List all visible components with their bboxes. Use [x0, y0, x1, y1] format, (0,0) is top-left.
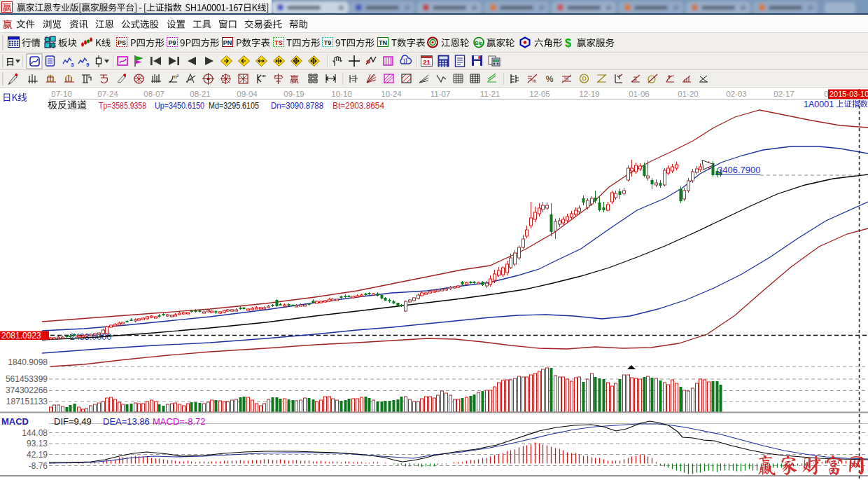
svg-text:3406.7900: 3406.7900 [718, 165, 760, 175]
svg-text:-8.76: -8.76 [29, 461, 48, 471]
svg-text:TS: TS [274, 39, 283, 46]
svg-text:42.19: 42.19 [27, 450, 48, 460]
svg-text:%: % [546, 74, 554, 84]
svg-text:1A0001: 1A0001 [804, 100, 834, 109]
svg-text:PN: PN [223, 39, 232, 46]
svg-text:3: 3 [71, 62, 74, 68]
svg-text:02-17: 02-17 [774, 90, 794, 98]
svg-text:187151133: 187151133 [6, 397, 48, 406]
svg-text:Up=3450.6150: Up=3450.6150 [155, 101, 204, 111]
svg-text:01-06: 01-06 [629, 90, 649, 98]
svg-text:93.13: 93.13 [27, 439, 48, 448]
svg-text:TN: TN [379, 39, 387, 46]
svg-text:$: $ [565, 37, 571, 49]
svg-text:DEA=13.86: DEA=13.86 [103, 416, 150, 427]
svg-text:12-05: 12-05 [529, 90, 550, 98]
svg-text:11-07: 11-07 [430, 90, 451, 98]
svg-text:Big: Big [475, 41, 482, 46]
svg-text:%: % [564, 76, 568, 81]
svg-text:561453399: 561453399 [6, 374, 48, 384]
svg-text:09-04: 09-04 [237, 90, 258, 98]
svg-text:07-10: 07-10 [51, 90, 71, 98]
svg-text:MACD: MACD [1, 416, 29, 427]
svg-text:10-24: 10-24 [381, 90, 402, 98]
svg-text:12-19: 12-19 [579, 90, 599, 98]
svg-text:08-07: 08-07 [144, 90, 164, 98]
svg-text:374302266: 374302266 [6, 385, 48, 395]
svg-text:2081.0923: 2081.0923 [1, 331, 41, 341]
svg-text:P9: P9 [168, 39, 176, 46]
svg-text:Bt=2903.8654: Bt=2903.8654 [332, 101, 384, 111]
svg-text:07-24: 07-24 [97, 90, 118, 98]
svg-text:%: % [531, 78, 536, 84]
svg-text:9: 9 [86, 62, 90, 68]
svg-text:02-03: 02-03 [726, 90, 746, 98]
svg-text:21: 21 [423, 58, 430, 66]
svg-text:10-10: 10-10 [331, 90, 351, 98]
svg-text:09-19: 09-19 [284, 90, 304, 98]
svg-text:MACD=-8.72: MACD=-8.72 [153, 416, 206, 427]
svg-text:2015-03-10: 2015-03-10 [830, 90, 868, 98]
svg-text:PS: PS [118, 39, 126, 46]
svg-text:144.08: 144.08 [22, 428, 48, 438]
svg-text:08-21: 08-21 [190, 90, 210, 98]
svg-text:Md=3295.6105: Md=3295.6105 [209, 101, 259, 111]
svg-text:1840.9098: 1840.9098 [8, 357, 48, 367]
svg-text:Dn=3090.8788: Dn=3090.8788 [271, 101, 323, 111]
svg-text:01-20: 01-20 [678, 90, 698, 98]
svg-text:DIF=9.49: DIF=9.49 [54, 416, 92, 427]
svg-text:Tp=3585.9358: Tp=3585.9358 [99, 101, 146, 111]
svg-text:T9: T9 [324, 39, 332, 46]
svg-text:n²: n² [174, 74, 178, 80]
svg-text:11-21: 11-21 [480, 90, 500, 98]
